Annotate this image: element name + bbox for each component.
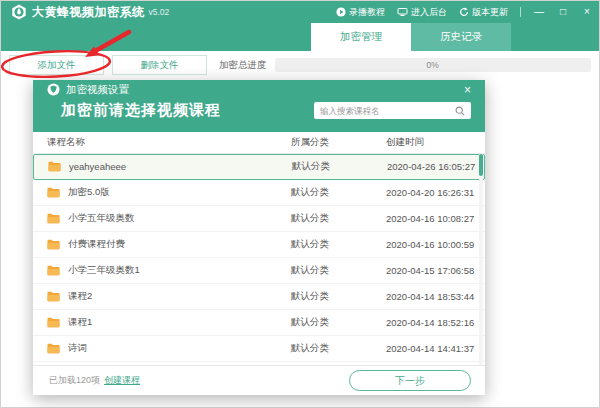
course-created-time: 2020-04-26 16:05:27 [387,161,484,172]
table-row[interactable]: 小学五年级奥数 默认分类 2020-04-16 10:08:27 [33,206,485,232]
folder-icon [47,239,60,250]
tutorial-link-label: 录播教程 [349,6,385,19]
table-header: 课程名称 所属分类 创建时间 [33,132,485,154]
monitor-icon [397,7,408,17]
tab-bar: 加密管理 历史记录 [1,23,599,51]
encrypt-progress-bar: 0% [275,58,592,72]
tutorial-link[interactable]: 录播教程 [336,6,385,19]
add-file-button[interactable]: 添加文件 [9,55,104,75]
course-category: 默认分类 [291,342,386,355]
dialog-title: 加密视频设置 [66,83,129,97]
course-created-time: 2020-04-16 10:08:27 [386,213,485,224]
table-row[interactable]: 诗词 默认分类 2020-04-14 14:41:37 [33,336,485,362]
table-row[interactable]: 课时测验课程一 默认分类 2020-04-10 10:32:54 [33,362,485,365]
dialog-subheader: 加密前请选择视频课程 [33,100,485,132]
dialog-subtitle: 加密前请选择视频课程 [61,101,221,120]
course-list: yeahyeaheee 默认分类 2020-04-26 16:05:27 加密5… [33,154,485,365]
course-search-input[interactable] [320,106,455,116]
course-name: 加密5.0版 [68,186,110,199]
folder-icon [47,343,60,354]
dialog-footer: 已加载120项 创建课程 下一步 [33,365,485,395]
course-name: 小学三年级奥数1 [68,264,140,277]
search-icon[interactable] [455,106,465,116]
course-created-time: 2020-04-14 18:52:16 [386,317,485,328]
play-circle-icon [336,7,346,17]
update-link[interactable]: 版本更新 [459,6,508,19]
course-created-time: 2020-04-16 10:00:59 [386,239,485,250]
course-category: 默认分类 [291,316,386,329]
course-category: 默认分类 [291,290,386,303]
column-created-time: 创建时间 [386,136,485,149]
table-row[interactable]: yeahyeaheee 默认分类 2020-04-26 16:05:27 [33,154,485,180]
create-course-link[interactable]: 创建课程 [104,374,140,387]
dialog-titlebar: 加密视频设置 × [33,80,485,100]
delete-file-button[interactable]: 删除文件 [112,55,207,75]
table-row[interactable]: 课程2 默认分类 2020-04-14 18:53:44 [33,284,485,310]
course-name: 课程1 [68,316,92,329]
course-category: 默认分类 [291,264,386,277]
column-category: 所属分类 [291,136,386,149]
next-step-button[interactable]: 下一步 [349,370,471,391]
encrypt-settings-dialog: 加密视频设置 × 加密前请选择视频课程 课程名称 所属分类 创建时间 yeahy… [33,80,485,395]
course-category: 默认分类 [291,212,386,225]
table-row[interactable]: 课程1 默认分类 2020-04-14 18:52:16 [33,310,485,336]
close-button[interactable]: × [581,7,593,17]
folder-icon [47,291,60,302]
course-name: 课程2 [68,290,92,303]
course-category: 默认分类 [291,186,386,199]
backend-link[interactable]: 进入后台 [397,6,447,19]
app-logo-icon [11,4,27,20]
titlebar: 大黄蜂视频加密系统 v5.02 录播教程 进入后台 版本更新 — □ × [1,1,599,23]
progress-percent: 0% [275,58,592,72]
update-link-label: 版本更新 [472,6,508,19]
course-created-time: 2020-04-20 16:26:31 [386,187,485,198]
maximize-button[interactable]: □ [557,7,569,17]
course-created-time: 2020-04-15 17:06:58 [386,265,485,276]
scrollbar-track[interactable] [479,154,483,365]
table-row[interactable]: 小学三年级奥数1 默认分类 2020-04-15 17:06:58 [33,258,485,284]
course-name: 小学五年级奥数 [68,212,135,225]
titlebar-separator [520,7,521,17]
course-created-time: 2020-04-14 14:41:37 [386,343,485,354]
folder-icon [47,317,60,328]
tab-history[interactable]: 历史记录 [411,23,511,51]
course-name: 付费课程付费 [68,238,125,251]
course-created-time: 2020-04-14 18:53:44 [386,291,485,302]
app-version: v5.02 [149,7,170,17]
tab-encrypt-manage[interactable]: 加密管理 [311,23,411,51]
toolbar: 添加文件 删除文件 加密总进度 0% [1,51,599,79]
refresh-icon [459,7,469,17]
course-name: yeahyeaheee [69,161,126,172]
course-search-box [314,102,471,119]
dialog-close-icon[interactable]: × [464,84,471,96]
course-category: 默认分类 [291,238,386,251]
table-row[interactable]: 付费课程付费 默认分类 2020-04-16 10:00:59 [33,232,485,258]
folder-icon [47,213,60,224]
folder-icon [48,161,61,172]
progress-label: 加密总进度 [219,59,267,72]
app-title: 大黄蜂视频加密系统 [32,4,145,21]
backend-link-label: 进入后台 [411,6,447,19]
course-category: 默认分类 [292,160,387,173]
app-window: 大黄蜂视频加密系统 v5.02 录播教程 进入后台 版本更新 — □ × 加密管… [0,0,600,408]
column-course-name: 课程名称 [33,136,291,149]
shield-circle-icon [47,83,60,96]
minimize-button[interactable]: — [533,7,545,17]
folder-icon [47,187,60,198]
scrollbar-thumb[interactable] [479,154,483,176]
folder-icon [47,265,60,276]
course-name: 诗词 [68,342,87,355]
table-row[interactable]: 加密5.0版 默认分类 2020-04-20 16:26:31 [33,180,485,206]
loaded-count-text: 已加载120项 [49,374,100,387]
